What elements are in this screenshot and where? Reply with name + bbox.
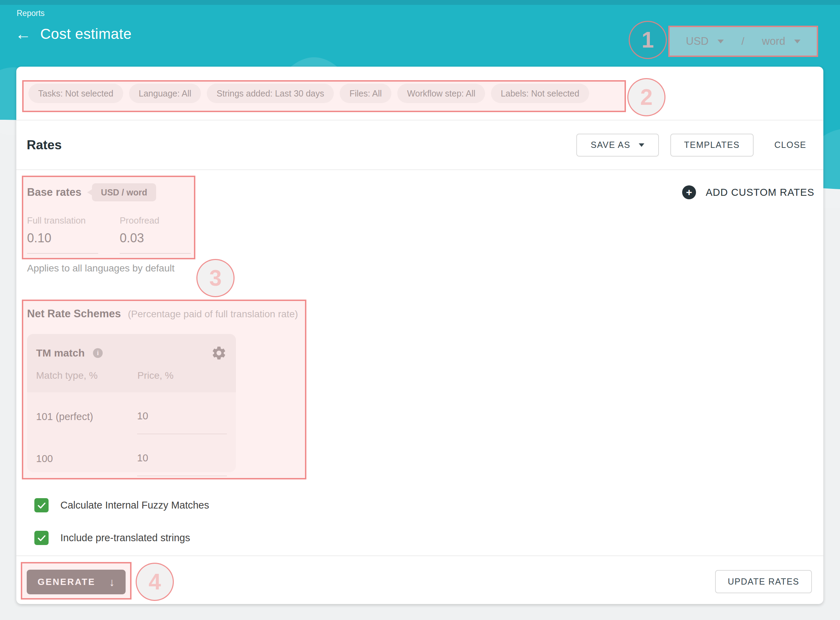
fuzzy-matches-label: Calculate Internal Fuzzy Matches [60, 500, 209, 511]
annotation-box-filters [22, 80, 626, 112]
base-rates-note: Applies to all languages by default [27, 263, 174, 274]
annotation-circle-3: 3 [196, 259, 234, 297]
annotation-circle-4: 4 [136, 563, 174, 601]
templates-button[interactable]: TEMPLATES [670, 134, 754, 157]
cost-estimate-page: Reports ← Cost estimate USD / word Tasks… [0, 0, 840, 620]
fuzzy-matches-option: Calculate Internal Fuzzy Matches [34, 498, 209, 512]
annotation-box-net-rate-schemes [22, 299, 306, 479]
rates-header-row: Rates SAVE AS TEMPLATES CLOSE [16, 120, 824, 170]
rates-title: Rates [27, 138, 62, 152]
fuzzy-matches-checkbox[interactable] [34, 498, 49, 512]
back-arrow-icon[interactable]: ← [15, 26, 31, 42]
annotation-box-currency [668, 26, 818, 57]
chevron-down-icon [639, 143, 644, 147]
page-title-row: ← Cost estimate [15, 26, 132, 42]
pre-translated-option: Include pre-translated strings [34, 531, 190, 545]
update-rates-label: UPDATE RATES [728, 576, 800, 587]
breadcrumb[interactable]: Reports [16, 9, 45, 18]
templates-label: TEMPLATES [684, 140, 740, 150]
add-custom-rates-button[interactable]: + ADD CUSTOM RATES [682, 185, 814, 199]
page-title: Cost estimate [40, 26, 132, 42]
add-custom-rates-label: ADD CUSTOM RATES [706, 187, 814, 198]
pre-translated-checkbox[interactable] [34, 531, 49, 545]
annotation-circle-1: 1 [629, 21, 667, 59]
plus-icon: + [682, 185, 696, 199]
close-button[interactable]: CLOSE [774, 140, 806, 150]
annotation-circle-2: 2 [627, 78, 666, 116]
save-as-button[interactable]: SAVE AS [576, 134, 659, 157]
pre-translated-label: Include pre-translated strings [60, 532, 190, 544]
annotation-box-generate [21, 562, 132, 599]
update-rates-button[interactable]: UPDATE RATES [715, 570, 812, 593]
annotation-box-base-rates [22, 176, 195, 259]
save-as-label: SAVE AS [591, 140, 630, 150]
